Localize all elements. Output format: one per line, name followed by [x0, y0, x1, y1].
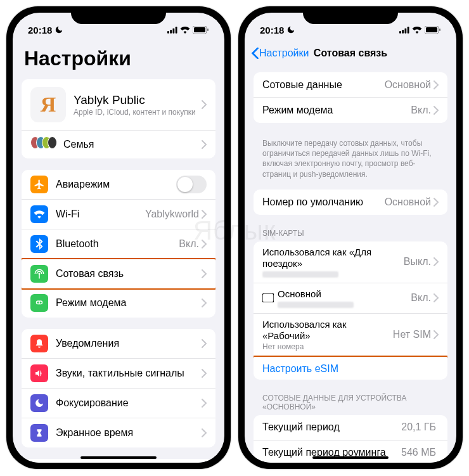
status-left: 20:18 — [260, 25, 295, 35]
sim-group: Использовался как «Для поездок» Выкл. Ос… — [254, 241, 447, 380]
chevron-right-icon — [202, 428, 207, 437]
default-line-group: Номер по умолчанию Основной — [254, 190, 447, 215]
hotspot-row[interactable]: Режим модема — [22, 288, 215, 318]
bluetooth-icon — [30, 235, 48, 253]
bluetooth-label: Bluetooth — [56, 238, 179, 250]
default-line-value: Основной — [385, 196, 431, 208]
avatar-logo: Я — [30, 87, 66, 122]
esim-label: Настроить eSIM — [262, 363, 338, 375]
cellular-label: Сотовая связь — [56, 268, 202, 280]
wifi-icon — [180, 26, 190, 34]
bell-icon — [30, 335, 48, 352]
focus-label: Фокусирование — [56, 397, 202, 409]
current-period-row[interactable]: Текущий период 20,1 ГБ — [254, 415, 447, 441]
chevron-left-icon — [251, 48, 259, 59]
hotspot-row[interactable]: Режим модема Вкл. — [254, 98, 447, 123]
moon-icon — [55, 25, 63, 34]
home-indicator[interactable] — [80, 456, 157, 459]
chevron-right-icon — [202, 240, 207, 248]
chevron-right-icon — [202, 339, 207, 348]
back-button[interactable]: Настройки — [251, 48, 309, 59]
svg-rect-8 — [402, 30, 404, 34]
moon-row-icon — [30, 394, 48, 412]
cell-data-footer: Выключите передачу сотовых данных, чтобы… — [245, 134, 456, 190]
nav-bar: Настройки Сотовая связь — [245, 41, 456, 66]
antenna-icon — [30, 265, 48, 283]
svg-rect-12 — [426, 27, 437, 32]
notch — [71, 6, 166, 24]
screentime-row[interactable]: Экранное время — [22, 418, 215, 447]
hourglass-icon — [30, 424, 48, 442]
notifications-row[interactable]: Уведомления — [22, 329, 215, 359]
status-right — [399, 26, 441, 34]
svg-rect-10 — [408, 27, 409, 33]
wifi-row[interactable]: Wi-Fi Yablykworld — [22, 200, 215, 229]
sim-primary-row[interactable]: Основной Вкл. — [254, 283, 447, 314]
screen-right: 20:18 Настройки Сотовая связь Сотовые да… — [245, 13, 456, 463]
esim-setup-row[interactable]: Настроить eSIM — [254, 356, 447, 380]
sim-travel-label: Использовался как «Для поездок» — [262, 247, 404, 269]
bluetooth-row[interactable]: Bluetooth Вкл. — [22, 229, 215, 259]
battery-icon — [425, 26, 441, 34]
chevron-right-icon — [434, 106, 439, 115]
focus-row[interactable]: Фокусирование — [22, 389, 215, 418]
airplane-toggle[interactable] — [176, 176, 207, 193]
cellular-data-label: Сотовые данные — [262, 79, 385, 91]
cellular-row[interactable]: Сотовая связь — [22, 258, 215, 290]
notifications-label: Уведомления — [56, 338, 202, 349]
svg-rect-3 — [176, 27, 177, 33]
general-group: Основные Пункт управления AA Экран и ярк… — [22, 459, 215, 463]
page-title: Настройки — [13, 41, 224, 79]
redacted-number — [278, 302, 354, 308]
default-line-row[interactable]: Номер по умолчанию Основной — [254, 190, 447, 215]
chevron-right-icon — [202, 299, 207, 307]
sim-work-sub: Нет номера — [262, 342, 393, 351]
general-row[interactable]: Основные — [22, 459, 215, 463]
sim-travel-row[interactable]: Использовался как «Для поездок» Выкл. — [254, 241, 447, 283]
chevron-right-icon — [202, 100, 207, 109]
speaker-icon — [30, 364, 48, 382]
chevron-right-icon — [202, 140, 207, 149]
nav-title: Сотовая связь — [314, 48, 387, 59]
alerts-group: Уведомления Звуки, тактильные сигналы Фо… — [22, 329, 215, 447]
current-period-label: Текущий период — [262, 421, 401, 433]
apple-id-row[interactable]: Я Yablyk Public Apple ID, iCloud, контен… — [22, 79, 215, 131]
sounds-label: Звуки, тактильные сигналы — [56, 368, 202, 379]
chevron-right-icon — [434, 80, 439, 89]
bluetooth-value: Вкл. — [179, 238, 199, 250]
sounds-row[interactable]: Звуки, тактильные сигналы — [22, 359, 215, 389]
hotspot-label: Режим модема — [56, 297, 202, 309]
family-avatars — [30, 136, 57, 153]
device-frame-right: 20:18 Настройки Сотовая связь Сотовые да… — [238, 6, 463, 469]
roaming-period-row[interactable]: Текущий период роуминга 546 МБ — [254, 441, 447, 463]
status-left: 20:18 — [28, 25, 63, 35]
status-time: 20:18 — [28, 25, 52, 35]
svg-rect-6 — [207, 29, 209, 31]
chevron-right-icon — [202, 369, 207, 378]
wifi-icon — [412, 26, 422, 34]
chevron-right-icon — [202, 210, 207, 219]
hotspot-label: Режим модема — [262, 105, 411, 116]
default-line-label: Номер по умолчанию — [262, 196, 385, 208]
family-row[interactable]: Семья — [22, 131, 215, 158]
cell-data-group: Сотовые данные Основной Режим модема Вкл… — [254, 72, 447, 123]
sim-header: SIM-КАРТЫ — [245, 226, 456, 241]
chevron-right-icon — [202, 269, 207, 278]
apple-id-name: Yablyk Public — [74, 93, 202, 107]
battery-icon — [193, 26, 209, 34]
airplane-row[interactable]: Авиарежим — [22, 170, 215, 200]
cellular-icon — [399, 27, 409, 34]
sim-travel-value: Выкл. — [404, 256, 431, 267]
status-right — [167, 26, 209, 34]
home-indicator[interactable] — [312, 456, 389, 459]
wifi-label: Wi-Fi — [56, 209, 145, 220]
current-period-value: 20,1 ГБ — [401, 421, 436, 433]
chevron-right-icon — [434, 257, 439, 266]
back-label: Настройки — [259, 48, 309, 59]
svg-rect-13 — [439, 29, 440, 31]
cellular-data-row[interactable]: Сотовые данные Основной — [254, 72, 447, 98]
device-data-header: СОТОВЫЕ ДАННЫЕ ДЛЯ УСТРОЙСТВА «ОСНОВНОЙ» — [245, 391, 456, 415]
screen-left: 20:18 Настройки Я Yablyk Public Apple ID… — [13, 13, 224, 463]
sim-work-row[interactable]: Использовался как «Рабочий» Нет номера Н… — [254, 314, 447, 357]
wifi-row-icon — [30, 205, 48, 223]
